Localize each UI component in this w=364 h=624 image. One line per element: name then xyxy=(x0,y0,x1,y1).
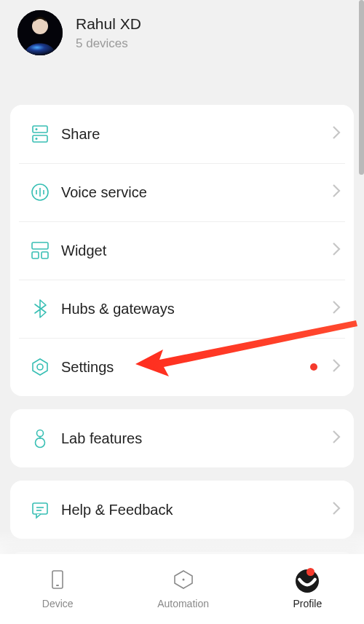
chevron-right-icon xyxy=(332,300,341,317)
chevron-right-icon xyxy=(332,501,341,518)
profile-screen: Rahul XD 5 devices Share Voice service xyxy=(0,0,364,624)
bluetooth-icon xyxy=(19,298,61,320)
svg-point-25 xyxy=(182,579,184,581)
hubs-gateways-label: Hubs & gateways xyxy=(61,301,332,317)
card-help: Help & Feedback xyxy=(10,481,354,539)
notification-badge xyxy=(306,568,314,576)
chevron-right-icon xyxy=(332,430,341,447)
widget-label: Widget xyxy=(61,242,332,259)
chevron-right-icon xyxy=(332,125,341,143)
nav-profile-label: Profile xyxy=(293,598,323,609)
nav-device[interactable]: Device xyxy=(42,569,74,609)
svg-point-15 xyxy=(37,430,44,437)
nav-device-label: Device xyxy=(42,598,74,609)
share-row[interactable]: Share xyxy=(10,105,354,163)
help-feedback-row[interactable]: Help & Feedback xyxy=(10,481,354,539)
notification-dot xyxy=(310,363,317,371)
chevron-right-icon xyxy=(332,183,341,201)
nav-automation[interactable]: Automation xyxy=(157,569,209,609)
nav-profile[interactable]: Profile xyxy=(293,569,323,609)
voice-service-row[interactable]: Voice service xyxy=(10,163,354,221)
share-label: Share xyxy=(61,126,332,143)
card-main: Share Voice service Widget xyxy=(10,105,354,396)
content-scroll: Share Voice service Widget xyxy=(0,61,364,624)
svg-point-14 xyxy=(37,364,43,370)
settings-label: Settings xyxy=(61,359,310,376)
voice-icon xyxy=(19,181,61,203)
share-icon xyxy=(19,123,61,145)
profile-text: Rahul XD 5 devices xyxy=(76,15,141,51)
profile-header[interactable]: Rahul XD 5 devices xyxy=(0,0,364,61)
bottom-nav: Device Automation Profile xyxy=(0,554,364,624)
settings-row[interactable]: Settings xyxy=(10,338,354,396)
profile-name: Rahul XD xyxy=(76,15,141,33)
feedback-icon xyxy=(19,499,61,521)
svg-rect-11 xyxy=(32,252,39,258)
svg-rect-10 xyxy=(32,242,48,249)
lab-icon xyxy=(19,427,61,449)
lab-features-label: Lab features xyxy=(61,430,332,447)
help-feedback-label: Help & Feedback xyxy=(61,502,332,518)
svg-point-17 xyxy=(36,438,45,448)
svg-rect-18 xyxy=(33,503,47,514)
settings-icon xyxy=(19,356,61,378)
nav-automation-label: Automation xyxy=(157,598,209,609)
avatar[interactable] xyxy=(17,10,63,55)
lab-features-row[interactable]: Lab features xyxy=(10,409,354,467)
chevron-right-icon xyxy=(332,358,341,376)
voice-service-label: Voice service xyxy=(61,184,332,201)
widget-icon xyxy=(19,240,61,261)
scrollbar[interactable] xyxy=(359,0,364,175)
widget-row[interactable]: Widget xyxy=(10,221,354,280)
chevron-right-icon xyxy=(332,242,341,259)
svg-marker-13 xyxy=(33,359,47,375)
svg-rect-3 xyxy=(33,135,47,142)
device-icon xyxy=(47,569,68,593)
svg-rect-2 xyxy=(33,126,47,133)
automation-icon xyxy=(173,569,194,593)
card-lab: Lab features xyxy=(10,409,354,467)
hubs-gateways-row[interactable]: Hubs & gateways xyxy=(10,280,354,338)
svg-rect-12 xyxy=(41,252,48,258)
profile-subtitle: 5 devices xyxy=(76,36,141,51)
